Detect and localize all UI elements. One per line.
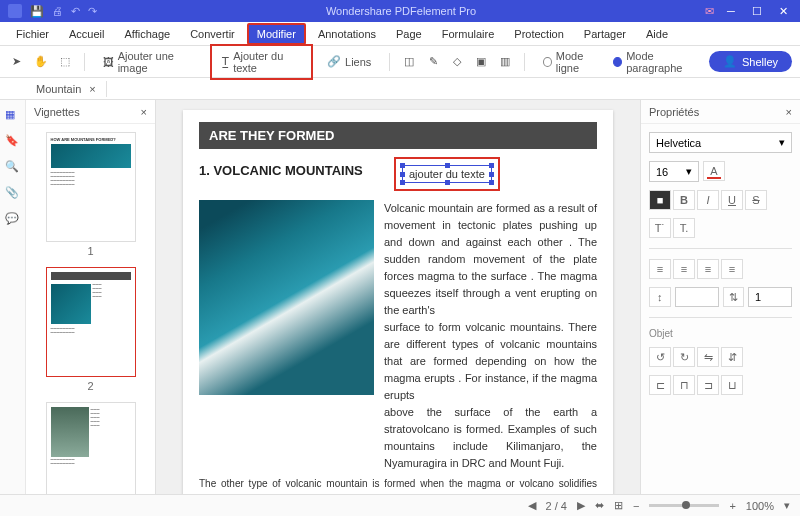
page-paragraph-1: Volcanic mountain are formed as a result… (384, 200, 597, 472)
shape2-icon[interactable]: ▣ (472, 52, 490, 72)
fill-color-button[interactable]: ■ (649, 190, 671, 210)
mode-line-radio[interactable]: Mode ligne (543, 50, 603, 74)
crop-icon[interactable]: ◫ (400, 52, 418, 72)
font-size-select[interactable]: 16▾ (649, 161, 699, 182)
user-icon: 👤 (723, 55, 737, 68)
toolbar: ➤ ✋ ⬚ 🖼Ajouter une image T̲Ajouter du te… (0, 46, 800, 78)
undo-icon[interactable]: ↶ (71, 5, 80, 18)
thumbnail-1[interactable]: HOW ARE MOUNTAINS FORMED? ▬▬▬▬▬▬▬▬▬▬▬▬▬▬… (46, 132, 136, 242)
line-spacing-icon: ⇅ (723, 287, 745, 307)
char-spacing-input[interactable] (675, 287, 719, 307)
thumb-2-number: 2 (46, 380, 136, 392)
text-insert-field[interactable]: ajouter du texte (402, 165, 492, 183)
rotate-left-button[interactable]: ↺ (649, 347, 671, 367)
zoom-in-button[interactable]: + (729, 500, 735, 512)
add-text-button[interactable]: T̲Ajouter du texte (210, 44, 313, 80)
menu-convertir[interactable]: Convertir (182, 25, 243, 43)
menu-annotations[interactable]: Annotations (310, 25, 384, 43)
close-button[interactable]: ✕ (774, 3, 792, 19)
fit-page-icon[interactable]: ⊞ (614, 499, 623, 512)
add-image-button[interactable]: 🖼Ajouter une image (95, 47, 204, 77)
menu-accueil[interactable]: Accueil (61, 25, 112, 43)
page-banner: ARE THEY FORMED (199, 122, 597, 149)
document-canvas[interactable]: ARE THEY FORMED 1. VOLCANIC MOUNTAINS aj… (156, 100, 640, 494)
image-icon: 🖼 (103, 56, 114, 68)
rotate-right-button[interactable]: ↻ (673, 347, 695, 367)
shape1-icon[interactable]: ◇ (448, 52, 466, 72)
attachment-icon[interactable]: 📎 (5, 186, 21, 202)
text-insert-highlight: ajouter du texte (394, 157, 500, 191)
bookmarks-icon[interactable]: 🔖 (5, 134, 21, 150)
obj-distribute-button[interactable]: ⊔ (721, 375, 743, 395)
font-family-select[interactable]: Helvetica▾ (649, 132, 792, 153)
menu-partager[interactable]: Partager (576, 25, 634, 43)
tab-close-icon[interactable]: × (89, 83, 95, 95)
left-icon-rail: ⌂ ▦ 🔖 🔍 📎 💬 (0, 100, 26, 494)
menu-affichage[interactable]: Affichage (116, 25, 178, 43)
thumb-1-number: 1 (46, 245, 136, 257)
hand-tool-icon[interactable]: ✋ (32, 52, 50, 72)
zoom-out-button[interactable]: − (633, 500, 639, 512)
flip-h-button[interactable]: ⇋ (697, 347, 719, 367)
page-image (199, 200, 374, 395)
menu-protection[interactable]: Protection (506, 25, 572, 43)
redo-icon[interactable]: ↷ (88, 5, 97, 18)
menu-aide[interactable]: Aide (638, 25, 676, 43)
italic-button[interactable]: I (697, 190, 719, 210)
fit-width-icon[interactable]: ⬌ (595, 499, 604, 512)
print-icon[interactable]: 🖨 (52, 5, 63, 17)
thumbnails-title: Vignettes (34, 106, 80, 118)
obj-align-right-button[interactable]: ⊐ (697, 375, 719, 395)
menu-page[interactable]: Page (388, 25, 430, 43)
chevron-down-icon: ▾ (779, 136, 785, 149)
obj-align-left-button[interactable]: ⊏ (649, 375, 671, 395)
maximize-button[interactable]: ☐ (748, 3, 766, 19)
text-icon: T̲ (222, 55, 229, 68)
document-tabs: Mountain× (0, 78, 800, 100)
page-indicator: 2 / 4 (546, 500, 567, 512)
align-center-button[interactable]: ≡ (673, 259, 695, 279)
page-heading: 1. VOLCANIC MOUNTAINS (199, 163, 363, 178)
font-color-button[interactable]: A (703, 161, 725, 181)
align-justify-button[interactable]: ≡ (721, 259, 743, 279)
save-icon[interactable]: 💾 (30, 5, 44, 18)
user-badge[interactable]: 👤Shelley (709, 51, 792, 72)
zoom-dropdown-icon[interactable]: ▾ (784, 499, 790, 512)
doc-tab-mountain[interactable]: Mountain× (26, 81, 107, 97)
subscript-button[interactable]: T. (673, 218, 695, 238)
minimize-button[interactable]: ─ (722, 3, 740, 19)
thumbnail-2[interactable]: ▬▬▬▬▬▬▬▬▬▬▬▬ ▬▬▬▬▬▬▬▬▬▬▬▬▬▬▬▬ (46, 267, 136, 377)
zoom-slider[interactable] (649, 504, 719, 507)
bold-button[interactable]: B (673, 190, 695, 210)
underline-button[interactable]: U (721, 190, 743, 210)
links-button[interactable]: 🔗Liens (319, 52, 379, 71)
search-icon[interactable]: 🔍 (5, 160, 21, 176)
select-tool-icon[interactable]: ⬚ (56, 52, 74, 72)
comment-icon[interactable]: 💬 (5, 212, 21, 228)
props-close-icon[interactable]: × (786, 106, 792, 118)
thumbnail-3[interactable]: ▬▬▬▬▬▬▬▬▬▬▬▬▬▬▬ ▬▬▬▬▬▬▬▬▬▬▬▬▬▬▬▬ (46, 402, 136, 494)
panel-close-icon[interactable]: × (141, 106, 147, 118)
obj-align-center-button[interactable]: ⊓ (673, 375, 695, 395)
properties-panel: Propriétés× Helvetica▾ 16▾ A ■ B I U S T… (640, 100, 800, 494)
flip-v-button[interactable]: ⇵ (721, 347, 743, 367)
thumbnails-icon[interactable]: ▦ (5, 108, 21, 124)
menu-formulaire[interactable]: Formulaire (434, 25, 503, 43)
align-left-button[interactable]: ≡ (649, 259, 671, 279)
strike-button[interactable]: S (745, 190, 767, 210)
align-right-button[interactable]: ≡ (697, 259, 719, 279)
next-page-button[interactable]: ▶ (577, 499, 585, 512)
mode-paragraph-radio[interactable]: Mode paragraphe (613, 50, 703, 74)
superscript-button[interactable]: T˙ (649, 218, 671, 238)
page-paragraph-2: The other type of volcanic mountain is f… (199, 476, 597, 494)
cursor-tool-icon[interactable]: ➤ (8, 52, 26, 72)
shape3-icon[interactable]: ▥ (496, 52, 514, 72)
menu-fichier[interactable]: Fichier (8, 25, 57, 43)
line-spacing-input[interactable]: 1 (748, 287, 792, 307)
prev-page-button[interactable]: ◀ (528, 499, 536, 512)
properties-title: Propriétés (649, 106, 699, 118)
mail-icon[interactable]: ✉ (705, 5, 714, 18)
menu-modifier[interactable]: Modifier (247, 23, 306, 45)
edit-icon[interactable]: ✎ (424, 52, 442, 72)
spacing-icon: ↕ (649, 287, 671, 307)
